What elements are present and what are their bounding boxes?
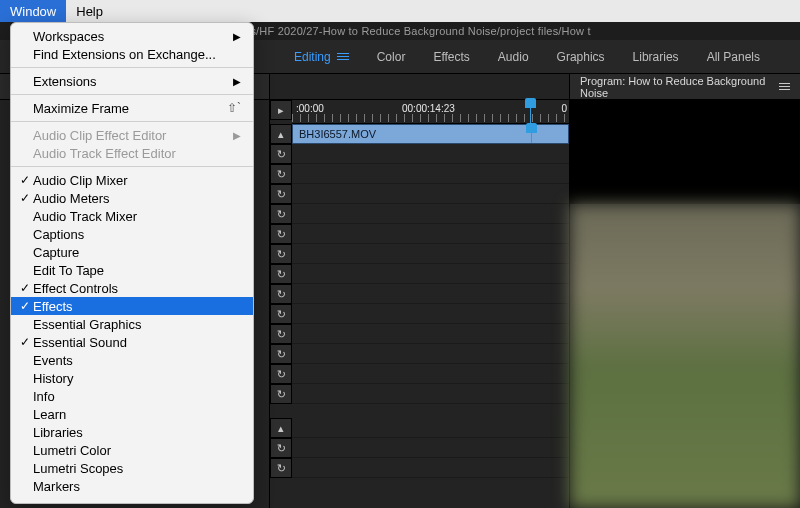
menu-separator [11,94,253,95]
empty-track [292,144,569,164]
clip-label: BH3I6557.MOV [299,128,376,140]
menu-learn[interactable]: Learn [11,405,253,423]
menu-effect-controls[interactable]: ✓Effect Controls [11,279,253,297]
workspace-editing[interactable]: Editing [294,50,349,64]
menu-item-label: Audio Meters [33,191,241,206]
ruler-time-3: 0 [561,103,567,114]
timeline-play-button[interactable]: ▸ [270,100,292,120]
menu-item-label: Lumetri Scopes [33,461,241,476]
empty-track [292,264,569,284]
track-undo-button[interactable]: ↺ [270,458,292,478]
timeline-panel: ▸ :00:00 00:00:14:23 0 ▴ BH3I6557.MOV [270,74,570,508]
menu-item-label: Edit To Tape [33,263,241,278]
program-monitor-panel: Program: How to Reduce Background Noise [570,74,800,508]
check-icon: ✓ [17,173,33,187]
track-undo-button[interactable]: ↺ [270,324,292,344]
menu-info[interactable]: Info [11,387,253,405]
menu-separator [11,121,253,122]
undo-icon: ↺ [277,168,286,181]
check-icon: ✓ [17,191,33,205]
check-icon: ✓ [17,299,33,313]
menu-find-extensions[interactable]: Find Extensions on Exchange... [11,45,253,63]
track-undo-button[interactable]: ↺ [270,244,292,264]
track-undo-button[interactable]: ↺ [270,284,292,304]
track-undo-button[interactable]: ↺ [270,344,292,364]
menu-audio-clip-mixer[interactable]: ✓Audio Clip Mixer [11,171,253,189]
undo-icon: ↺ [277,388,286,401]
menu-events[interactable]: Events [11,351,253,369]
program-panel-title: Program: How to Reduce Background Noise [580,75,771,99]
menu-item-label: Lumetri Color [33,443,241,458]
track-undo-button[interactable]: ↺ [270,164,292,184]
undo-icon: ↺ [277,268,286,281]
menu-lumetri-color[interactable]: Lumetri Color [11,441,253,459]
track-undo-button[interactable]: ↺ [270,304,292,324]
menu-edit-to-tape[interactable]: Edit To Tape [11,261,253,279]
undo-icon: ↺ [277,288,286,301]
menu-capture[interactable]: Capture [11,243,253,261]
empty-track [292,284,569,304]
playhead[interactable] [530,100,531,123]
program-letterbox [570,100,800,204]
workspace-audio[interactable]: Audio [498,50,529,64]
track-undo-button[interactable]: ↺ [270,384,292,404]
menu-separator [11,166,253,167]
menu-effects[interactable]: ✓Effects [11,297,253,315]
menu-extensions[interactable]: Extensions ▶ [11,72,253,90]
undo-icon: ↺ [277,208,286,221]
menu-item-label: Essential Sound [33,335,241,350]
empty-track [292,204,569,224]
menu-separator [11,67,253,68]
menu-lumetri-scopes[interactable]: Lumetri Scopes [11,459,253,477]
undo-icon: ↺ [277,228,286,241]
undo-icon: ↺ [277,328,286,341]
program-video-frame [570,204,800,508]
menu-markers[interactable]: Markers [11,477,253,495]
hamburger-icon[interactable] [337,53,349,60]
timeline-ruler[interactable]: :00:00 00:00:14:23 0 [292,100,569,124]
undo-icon: ↺ [277,308,286,321]
menu-item-label: Extensions [33,74,227,89]
menu-item-label: Essential Graphics [33,317,241,332]
video-clip[interactable]: BH3I6557.MOV [292,124,569,144]
menu-item-label: Info [33,389,241,404]
menu-window[interactable]: Window [0,0,66,22]
track-undo-button[interactable]: ↺ [270,184,292,204]
undo-icon: ↺ [277,368,286,381]
track-undo-button[interactable]: ↺ [270,224,292,244]
menu-audio-meters[interactable]: ✓Audio Meters [11,189,253,207]
track-expand-button[interactable]: ▴ [270,124,292,144]
track-undo-button[interactable]: ↺ [270,264,292,284]
workspace-graphics[interactable]: Graphics [557,50,605,64]
menu-help[interactable]: Help [66,0,113,22]
track-undo-button[interactable]: ↺ [270,438,292,458]
menu-item-label: History [33,371,241,386]
undo-icon: ↺ [277,188,286,201]
track-undo-button[interactable]: ↺ [270,204,292,224]
track-expand-button[interactable]: ▴ [270,418,292,438]
menu-maximize-frame[interactable]: Maximize Frame ⇧` [11,99,253,117]
menu-essential-graphics[interactable]: Essential Graphics [11,315,253,333]
workspace-allpanels[interactable]: All Panels [707,50,760,64]
menu-item-label: Markers [33,479,241,494]
workspace-libraries[interactable]: Libraries [633,50,679,64]
menu-item-label: Workspaces [33,29,227,44]
menu-audio-track-mixer[interactable]: Audio Track Mixer [11,207,253,225]
workspace-color[interactable]: Color [377,50,406,64]
empty-track [292,224,569,244]
menu-workspaces[interactable]: Workspaces ▶ [11,27,253,45]
menu-history[interactable]: History [11,369,253,387]
track-undo-button[interactable]: ↺ [270,364,292,384]
menu-libraries[interactable]: Libraries [11,423,253,441]
menu-captions[interactable]: Captions [11,225,253,243]
ruler-time-2: 00:00:14:23 [402,103,455,114]
panel-menu-icon[interactable] [779,83,790,90]
menu-essential-sound[interactable]: ✓Essential Sound [11,333,253,351]
submenu-arrow-icon: ▶ [233,31,241,42]
ruler-time-1: :00:00 [296,103,324,114]
track-undo-button[interactable]: ↺ [270,144,292,164]
menu-audio-clip-effect-editor: Audio Clip Effect Editor ▶ [11,126,253,144]
undo-icon: ↺ [277,348,286,361]
workspace-effects[interactable]: Effects [433,50,469,64]
menu-item-label: Audio Clip Mixer [33,173,241,188]
